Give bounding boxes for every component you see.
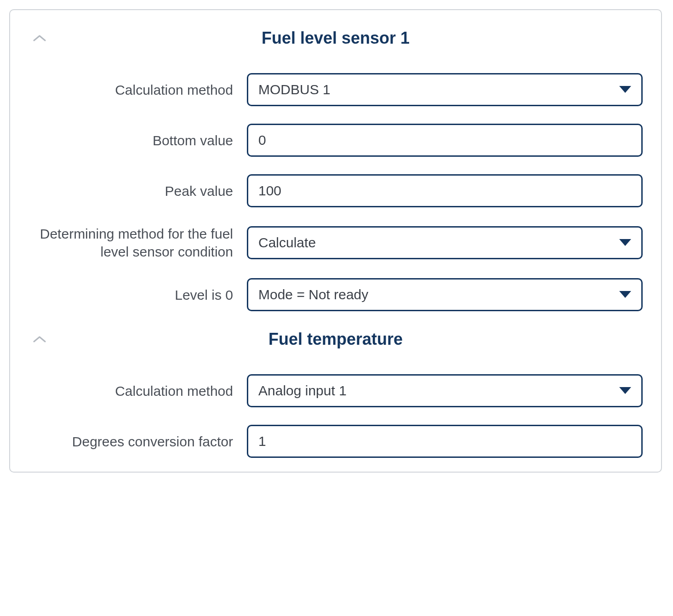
input-peak-value[interactable]: 100 (247, 174, 643, 207)
input-value: 0 (258, 132, 266, 148)
select-temp-calc-method[interactable]: Analog input 1 (247, 374, 643, 407)
label-temp-calc-method: Calculation method (29, 382, 247, 400)
row-bottom-value: Bottom value 0 (29, 124, 643, 157)
chevron-down-icon (619, 86, 631, 93)
label-determining-method: Determining method for the fuel level se… (29, 225, 247, 261)
section-title: Fuel level sensor 1 (262, 29, 410, 48)
label-calculation-method: Calculation method (29, 81, 247, 99)
chevron-up-icon[interactable] (33, 335, 46, 343)
select-value: Calculate (258, 235, 316, 251)
label-peak-value: Peak value (29, 182, 247, 200)
section-header: Fuel level sensor 1 (29, 29, 643, 48)
select-value: MODBUS 1 (258, 82, 331, 97)
row-degrees-factor: Degrees conversion factor 1 (29, 425, 643, 458)
select-calculation-method[interactable]: MODBUS 1 (247, 73, 643, 106)
chevron-down-icon (619, 239, 631, 246)
input-value: 1 (258, 433, 266, 449)
label-degrees-factor: Degrees conversion factor (29, 433, 247, 451)
select-level-zero[interactable]: Mode = Not ready (247, 278, 643, 311)
input-degrees-factor[interactable]: 1 (247, 425, 643, 458)
svg-marker-2 (619, 291, 631, 298)
chevron-down-icon (619, 291, 631, 298)
select-determining-method[interactable]: Calculate (247, 226, 643, 259)
input-value: 100 (258, 183, 281, 199)
row-determining-method: Determining method for the fuel level se… (29, 225, 643, 261)
select-value: Mode = Not ready (258, 287, 368, 302)
row-peak-value: Peak value 100 (29, 174, 643, 207)
row-calculation-method: Calculation method MODBUS 1 (29, 73, 643, 106)
section-header: Fuel temperature (29, 330, 643, 349)
row-temp-calc-method: Calculation method Analog input 1 (29, 374, 643, 407)
chevron-down-icon (619, 387, 631, 394)
section-title: Fuel temperature (268, 330, 403, 349)
svg-marker-3 (619, 387, 631, 394)
input-bottom-value[interactable]: 0 (247, 124, 643, 157)
chevron-up-icon[interactable] (33, 34, 46, 42)
label-bottom-value: Bottom value (29, 131, 247, 149)
label-level-zero: Level is 0 (29, 286, 247, 304)
section-fuel-level-sensor: Fuel level sensor 1 Calculation method M… (29, 29, 643, 311)
svg-marker-0 (619, 86, 631, 93)
row-level-zero: Level is 0 Mode = Not ready (29, 278, 643, 311)
select-value: Analog input 1 (258, 383, 347, 399)
svg-marker-1 (619, 239, 631, 246)
section-fuel-temperature: Fuel temperature Calculation method Anal… (29, 330, 643, 458)
settings-panel: Fuel level sensor 1 Calculation method M… (9, 9, 662, 473)
